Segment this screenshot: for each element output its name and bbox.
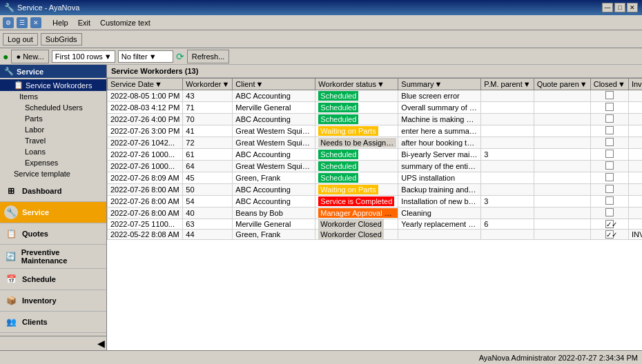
table-row[interactable]: 2022-07-26 8:00 AM 54 ABC Accounting Ser… — [108, 196, 643, 208]
table-row[interactable]: 2022-07-26 8:00 AM 40 Beans by Bob Manag… — [108, 208, 643, 219]
tree-item-expenses[interactable]: Expenses — [0, 157, 106, 168]
cell-invoice — [628, 137, 642, 149]
refresh-button[interactable]: Refresh... — [187, 50, 230, 63]
table-row[interactable]: 2022-08-03 4:12 PM 71 Merville General S… — [108, 102, 643, 114]
col-pm[interactable]: P.M. parent ▼ — [481, 79, 534, 90]
cell-pm — [481, 102, 534, 114]
sidebar-bottom: ◀ — [0, 336, 106, 350]
filter-dropdown[interactable]: No filter ▼ — [118, 50, 173, 63]
cell-summary: Overall summary of the... — [398, 102, 481, 114]
subgrids-button[interactable]: SubGrids — [41, 33, 82, 46]
table-row[interactable]: 2022-07-25 1100... 63 Merville General W… — [108, 219, 643, 230]
cell-client: ABC Accounting — [233, 90, 315, 102]
nav-inventory[interactable]: 📦 Inventory — [0, 290, 106, 312]
cell-closed[interactable]: ✓ — [590, 219, 628, 230]
sidebar-collapse-icon[interactable]: ◀ — [97, 338, 105, 349]
cell-quote — [534, 149, 590, 161]
cell-closed[interactable] — [590, 137, 628, 149]
cell-date: 2022-07-26 4:00 PM — [108, 114, 183, 125]
col-closed[interactable]: Closed ▼ — [590, 79, 628, 90]
service-icon: 🔧 — [4, 205, 18, 219]
cell-date: 2022-07-26 1000... — [108, 161, 183, 172]
cell-closed[interactable] — [590, 114, 628, 125]
menu-exit[interactable]: Exit — [74, 17, 95, 28]
cell-summary: Machine is making weird... — [398, 114, 481, 125]
table-row[interactable]: 2022-07-26 1042... 72 Great Western Squi… — [108, 137, 643, 149]
cell-quote — [534, 90, 590, 102]
toolbar-icon2[interactable]: ☰ — [17, 17, 28, 28]
nav-dashboard-label: Dashboard — [22, 187, 61, 195]
workorders-table-container[interactable]: Service Date ▼ Workorder ▼ Client ▼ Work… — [107, 78, 642, 350]
table-row[interactable]: 2022-07-26 8:00 AM 50 ABC Accounting Wai… — [108, 184, 643, 196]
col-quote[interactable]: Quote paren ▼ — [534, 79, 590, 90]
cell-closed[interactable] — [590, 172, 628, 184]
col-client[interactable]: Client ▼ — [233, 79, 315, 90]
cell-client: Green, Frank — [233, 230, 315, 240]
cell-date: 2022-07-26 8:00 AM — [108, 196, 183, 208]
table-row[interactable]: 2022-05-22 8:08 AM 44 Green, Frank Worko… — [108, 230, 643, 240]
nav-dashboard[interactable]: ⊞ Dashboard — [0, 181, 106, 202]
window-controls[interactable]: — □ ✕ — [602, 3, 638, 12]
tree-item-loans[interactable]: Loans — [0, 146, 106, 157]
tree-item-items[interactable]: Items — [0, 91, 106, 102]
cell-closed[interactable] — [590, 208, 628, 219]
tree-item-scheduled-users[interactable]: Scheduled Users — [0, 102, 106, 113]
tree-item-template[interactable]: Service template — [0, 168, 106, 179]
col-service-date[interactable]: Service Date ▼ — [108, 79, 183, 90]
table-row[interactable]: 2022-08-05 1:00 PM 43 ABC Accounting Sch… — [108, 90, 643, 102]
col-invoice[interactable]: Invoice Number ▼ — [628, 79, 642, 90]
col-workorder[interactable]: Workorder ▼ — [183, 79, 233, 90]
nav-quotes-label: Quotes — [22, 230, 48, 238]
cell-closed[interactable] — [590, 196, 628, 208]
cell-closed[interactable] — [590, 125, 628, 137]
sidebar-section-icon: 🔧 — [4, 67, 14, 76]
cell-client: Great Western Squire... — [233, 137, 315, 149]
cell-closed[interactable] — [590, 161, 628, 172]
minimize-button[interactable]: — — [602, 3, 613, 12]
tree-item-travel[interactable]: Travel — [0, 135, 106, 146]
cell-closed[interactable] — [590, 90, 628, 102]
title-bar-text: Service - AyaNova — [17, 3, 79, 12]
tree-item-workorders[interactable]: 📋 Service Workorders — [0, 79, 106, 91]
cell-client: Beans by Bob — [233, 208, 315, 219]
cell-quote — [534, 161, 590, 172]
nav-service[interactable]: 🔧 Service — [0, 202, 106, 223]
cell-workorder: 64 — [183, 161, 233, 172]
logout-button[interactable]: Log out — [3, 33, 38, 46]
maximize-button[interactable]: □ — [614, 3, 625, 12]
nav-clients[interactable]: 👥 Clients — [0, 312, 106, 333]
table-row[interactable]: 2022-07-26 4:00 PM 70 ABC Accounting Sch… — [108, 114, 643, 125]
menu-customize[interactable]: Customize text — [96, 17, 155, 28]
nav-pm[interactable]: 🔄 Preventive Maintenance — [0, 245, 106, 269]
table-row[interactable]: 2022-07-26 1000... 64 Great Western Squi… — [108, 161, 643, 172]
cell-closed[interactable] — [590, 102, 628, 114]
cell-pm — [481, 161, 534, 172]
close-button[interactable]: ✕ — [627, 3, 638, 12]
cell-summary: enter here a summary of... — [398, 125, 481, 137]
toolbar-icon3[interactable]: ✕ — [30, 17, 41, 28]
pm-icon: 🔄 — [4, 250, 17, 263]
cell-date: 2022-07-26 8:09 AM — [108, 172, 183, 184]
new-button[interactable]: ● New... — [11, 50, 48, 63]
tree-item-labor[interactable]: Labor — [0, 124, 106, 135]
nav-quotes[interactable]: 📋 Quotes — [0, 223, 106, 245]
cell-pm: 3 — [481, 196, 534, 208]
rows-dropdown[interactable]: First 100 rows ▼ — [52, 50, 115, 63]
cell-date: 2022-08-03 4:12 PM — [108, 102, 183, 114]
cell-workorder: 50 — [183, 184, 233, 196]
table-row[interactable]: 2022-07-26 1000... 61 ABC Accounting Sch… — [108, 149, 643, 161]
menu-help[interactable]: Help — [48, 17, 72, 28]
col-summary[interactable]: Summary ▼ — [398, 79, 481, 90]
cell-closed[interactable] — [590, 149, 628, 161]
cell-summary: Blue screen error — [398, 90, 481, 102]
tree-item-parts[interactable]: Parts — [0, 113, 106, 124]
cell-status: Waiting on Parts — [315, 125, 398, 137]
table-row[interactable]: 2022-07-26 3:00 PM 41 Great Western Squi… — [108, 125, 643, 137]
cell-date: 2022-07-25 1100... — [108, 219, 183, 230]
nav-schedule[interactable]: 📅 Schedule — [0, 269, 106, 290]
table-row[interactable]: 2022-07-26 8:09 AM 45 Green, Frank Sched… — [108, 172, 643, 184]
cell-closed[interactable]: ✓ — [590, 230, 628, 240]
col-status[interactable]: Workorder status ▼ — [315, 79, 398, 90]
toolbar-icon1[interactable]: ⚙ — [3, 17, 14, 28]
cell-closed[interactable] — [590, 184, 628, 196]
